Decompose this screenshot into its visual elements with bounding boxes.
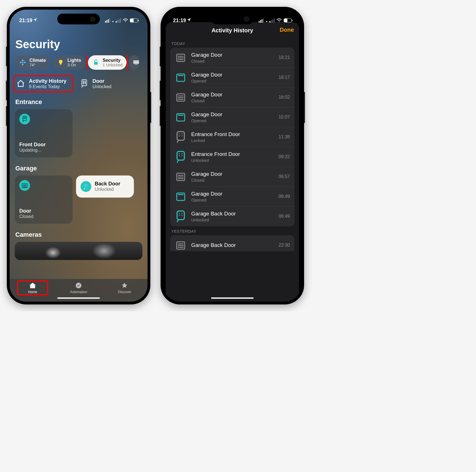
done-button[interactable]: Done: [280, 27, 294, 33]
activity-row[interactable]: Garage Back Door22:30: [170, 235, 294, 251]
svg-point-29: [279, 21, 280, 22]
tab-discover-label: Discover: [118, 290, 131, 294]
svg-point-61: [179, 215, 180, 216]
wifi-icon: [123, 18, 128, 22]
activity-time: 15:07: [279, 115, 290, 120]
chip-climate-sub: 74°: [30, 63, 46, 67]
svg-point-14: [24, 117, 24, 118]
svg-rect-21: [23, 187, 27, 187]
section-heading-entrance: Entrance: [15, 98, 142, 106]
svg-rect-37: [178, 96, 184, 96]
activity-state: Closed: [191, 98, 274, 103]
activity-history-sub: 9 Events Today: [29, 84, 66, 89]
garage-closed-icon: [175, 171, 187, 183]
activity-row[interactable]: Garage DoorClosed06:57: [170, 167, 294, 187]
tile-garage-door[interactable]: Door Closed: [15, 175, 73, 224]
svg-rect-56: [177, 193, 185, 200]
svg-point-62: [182, 215, 183, 216]
svg-point-12: [85, 83, 85, 84]
activity-row[interactable]: Garage Back DoorUnlocked06:49: [170, 206, 294, 226]
front-door-name: Front Door: [19, 142, 68, 148]
svg-rect-6: [82, 80, 87, 86]
svg-point-44: [182, 134, 183, 135]
svg-rect-31: [178, 56, 184, 57]
activity-row[interactable]: Garage DoorOpened06:49: [170, 187, 294, 206]
chip-climate[interactable]: Climate 74°: [15, 55, 50, 70]
svg-rect-32: [178, 58, 184, 58]
home-indicator[interactable]: [211, 297, 254, 299]
activity-time: 18:17: [279, 75, 290, 80]
tile-door-summary[interactable]: Door Unlocked: [78, 77, 135, 91]
svg-point-11: [83, 83, 84, 84]
svg-rect-65: [178, 245, 184, 246]
svg-rect-64: [178, 244, 184, 244]
chip-lights[interactable]: Lights 3 On: [53, 55, 85, 70]
activity-time: 09:22: [279, 154, 290, 159]
chip-security[interactable]: Security 1 Unlocked: [88, 55, 127, 70]
svg-rect-35: [178, 75, 184, 76]
svg-point-8: [85, 81, 85, 82]
svg-point-25: [86, 185, 87, 185]
section-heading-garage: Garage: [15, 165, 142, 172]
activity-row[interactable]: Garage DoorClosed18:21: [170, 48, 294, 67]
status-time: 21:19: [19, 18, 37, 24]
activity-name: Garage Door: [191, 171, 274, 177]
group-label: TODAY: [171, 41, 294, 46]
svg-point-10: [85, 82, 85, 83]
svg-point-60: [182, 213, 183, 214]
activity-row[interactable]: Garage DoorClosed16:02: [170, 87, 294, 107]
garage-open-icon: [175, 191, 187, 202]
activity-time: 22:30: [279, 243, 290, 248]
activity-row[interactable]: Garage DoorOpened18:17: [170, 67, 294, 87]
svg-rect-34: [177, 74, 185, 81]
tab-home[interactable]: Home: [18, 282, 47, 294]
status-time: 21:19: [173, 18, 191, 24]
tab-automation[interactable]: Automation: [64, 282, 93, 294]
sheet-title: Activity History: [212, 27, 253, 34]
svg-point-16: [24, 118, 24, 119]
svg-rect-42: [177, 132, 184, 140]
clock-check-icon: [75, 282, 83, 289]
svg-rect-54: [178, 177, 184, 177]
chip-security-title: Security: [103, 58, 123, 63]
chip-lights-title: Lights: [68, 58, 81, 63]
chip-climate-title: Climate: [30, 58, 46, 63]
svg-rect-39: [178, 99, 184, 100]
chip-more-peek[interactable]: [129, 55, 139, 70]
garage-open-icon: [175, 111, 187, 123]
group-label: YESTERDAY: [171, 229, 294, 234]
location-arrow-icon: [187, 18, 191, 22]
battery-icon: [284, 18, 292, 22]
activity-name: Entrance Front Door: [191, 131, 274, 137]
activity-name: Garage Door: [191, 111, 274, 118]
lock-unlocked-icon: [175, 210, 187, 222]
tab-automation-label: Automation: [70, 290, 87, 294]
lock-unlocked-icon: [175, 151, 187, 163]
activity-name: Garage Door: [191, 52, 274, 58]
svg-point-45: [179, 136, 180, 137]
battery-icon: [130, 18, 138, 22]
svg-rect-2: [60, 65, 62, 65]
home-app-screen: 21:19 Security: [10, 10, 148, 302]
activity-row[interactable]: Entrance Front DoorUnlocked09:22: [170, 147, 294, 167]
activity-row[interactable]: Entrance Front DoorLocked11:38: [170, 127, 294, 147]
tile-activity-history[interactable]: Activity History 9 Events Today: [15, 77, 71, 91]
activity-name: Garage Door: [191, 191, 274, 197]
tile-front-door[interactable]: Front Door Updating...: [15, 109, 73, 157]
svg-point-26: [85, 186, 86, 186]
tab-discover[interactable]: Discover: [110, 282, 139, 294]
activity-state: Locked: [191, 138, 274, 143]
back-door-state: Unlocked: [95, 187, 120, 192]
activity-list: Garage DoorClosed18:21Garage DoorOpened1…: [170, 48, 294, 226]
home-indicator[interactable]: [57, 297, 100, 299]
svg-point-9: [83, 82, 84, 83]
camera-preview-strip[interactable]: [15, 242, 142, 260]
activity-row[interactable]: Garage DoorOpened15:07: [170, 107, 294, 127]
chip-security-sub: 1 Unlocked: [103, 63, 123, 67]
cellular2-icon: [269, 18, 275, 23]
page-title: Security: [15, 38, 142, 51]
svg-rect-19: [23, 185, 27, 185]
back-door-name: Back Door: [95, 181, 120, 187]
tile-back-door[interactable]: Back Door Unlocked: [76, 175, 134, 198]
activity-name: Garage Back Door: [191, 242, 274, 248]
